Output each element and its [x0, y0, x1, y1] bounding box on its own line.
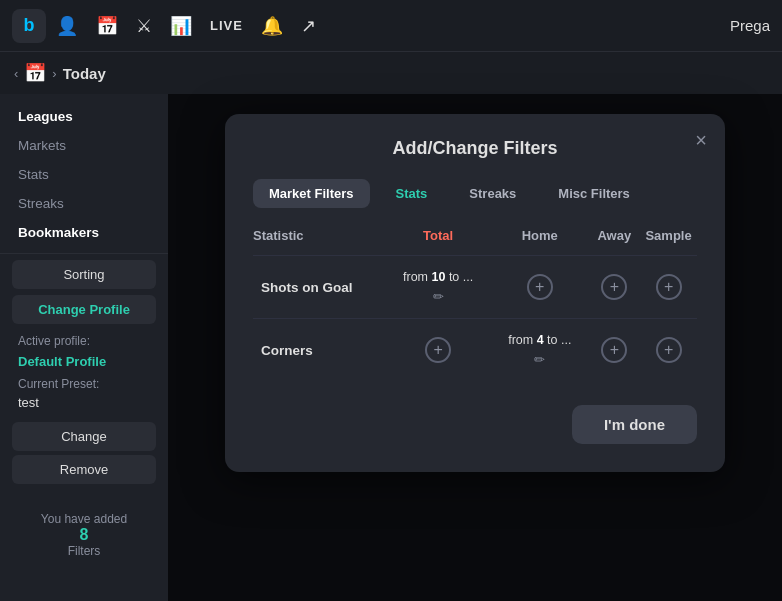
shots-sample-cell: + [640, 256, 697, 319]
col-away: Away [588, 228, 640, 256]
share-icon[interactable]: ↗ [301, 15, 316, 37]
remove-button[interactable]: Remove [12, 455, 156, 484]
done-btn-wrap: I'm done [253, 405, 697, 444]
current-preset-value: test [0, 393, 168, 418]
modal-title: Add/Change Filters [253, 138, 697, 159]
sorting-button[interactable]: Sorting [12, 260, 156, 289]
tab-stats[interactable]: Stats [380, 179, 444, 208]
tab-streaks[interactable]: Streaks [453, 179, 532, 208]
shots-total-text: from 10 to ... [403, 270, 473, 284]
calendar-small-icon: 📅 [24, 62, 46, 84]
shots-home-add-button[interactable]: + [527, 274, 553, 300]
user-icon[interactable]: 👤 [56, 15, 78, 37]
main-layout: Leagues Markets Stats Streaks Bookmakers… [0, 94, 782, 601]
content-area: × Add/Change Filters Market Filters Stat… [168, 94, 782, 601]
table-row: Corners + from 4 to ... [253, 319, 697, 382]
corners-away-add-button[interactable]: + [601, 337, 627, 363]
corners-home-value: from 4 to ... ✏ [499, 333, 580, 367]
corners-home-edit-icon[interactable]: ✏ [534, 352, 545, 367]
done-button[interactable]: I'm done [572, 405, 697, 444]
sidebar-item-stats[interactable]: Stats [0, 160, 168, 189]
tab-misc-filters[interactable]: Misc Filters [542, 179, 646, 208]
corners-sample-add-button[interactable]: + [656, 337, 682, 363]
user-name: Prega [730, 17, 770, 34]
corners-away-cell: + [588, 319, 640, 382]
added-count: 8 [18, 526, 150, 544]
col-sample: Sample [640, 228, 697, 256]
modal-overlay: × Add/Change Filters Market Filters Stat… [168, 94, 782, 601]
sidebar-divider-1 [0, 253, 168, 254]
corners-sample-cell: + [640, 319, 697, 382]
added-label: You have added [41, 512, 127, 526]
current-preset-label: Current Preset: [0, 375, 168, 393]
breadcrumb: ‹ 📅 › Today [0, 52, 782, 94]
back-arrow[interactable]: ‹ [14, 66, 18, 81]
shots-home-cell: + [491, 256, 588, 319]
table-row: Shots on Goal from 10 to ... ✏ [253, 256, 697, 319]
corners-total-cell: + [385, 319, 491, 382]
shots-sample-add-button[interactable]: + [656, 274, 682, 300]
filters-table: Statistic Total Home Away Sample Shots o… [253, 228, 697, 381]
active-profile-label: Active profile: [0, 330, 168, 352]
col-statistic: Statistic [253, 228, 385, 256]
change-button[interactable]: Change [12, 422, 156, 451]
bell-icon[interactable]: 🔔 [261, 15, 283, 37]
change-profile-button[interactable]: Change Profile [12, 295, 156, 324]
sidebar-item-markets[interactable]: Markets [0, 131, 168, 160]
logo[interactable]: b [12, 9, 46, 43]
corners-total-add-button[interactable]: + [425, 337, 451, 363]
calendar-icon[interactable]: 📅 [96, 15, 118, 37]
modal-tabs: Market Filters Stats Streaks Misc Filter… [253, 179, 697, 208]
col-home: Home [491, 228, 588, 256]
top-nav: b 👤 📅 ⚔ 📊 LIVE 🔔 ↗ Prega [0, 0, 782, 52]
shots-total-cell: from 10 to ... ✏ [385, 256, 491, 319]
sidebar-bottom: You have added 8 Filters [0, 504, 168, 566]
shots-total-edit-icon[interactable]: ✏ [433, 289, 444, 304]
col-total: Total [385, 228, 491, 256]
stat-shots-on-goal: Shots on Goal [253, 256, 385, 319]
today-label: Today [63, 65, 106, 82]
tab-market-filters[interactable]: Market Filters [253, 179, 370, 208]
live-label[interactable]: LIVE [210, 18, 243, 33]
sidebar: Leagues Markets Stats Streaks Bookmakers… [0, 94, 168, 601]
add-change-filters-modal: × Add/Change Filters Market Filters Stat… [225, 114, 725, 472]
sidebar-item-streaks[interactable]: Streaks [0, 189, 168, 218]
stats-icon[interactable]: 📊 [170, 15, 192, 37]
stat-corners: Corners [253, 319, 385, 382]
shots-away-cell: + [588, 256, 640, 319]
shots-away-add-button[interactable]: + [601, 274, 627, 300]
corners-home-cell: from 4 to ... ✏ [491, 319, 588, 382]
vs-icon[interactable]: ⚔ [136, 15, 152, 37]
sidebar-item-leagues[interactable]: Leagues [0, 102, 168, 131]
modal-close-button[interactable]: × [695, 130, 707, 150]
corners-home-text: from 4 to ... [508, 333, 571, 347]
filters-label: Filters [68, 544, 101, 558]
sidebar-item-bookmakers[interactable]: Bookmakers [0, 218, 168, 247]
active-profile-value: Default Profile [0, 352, 168, 375]
shots-total-value: from 10 to ... ✏ [393, 270, 483, 304]
forward-arrow[interactable]: › [52, 66, 56, 81]
